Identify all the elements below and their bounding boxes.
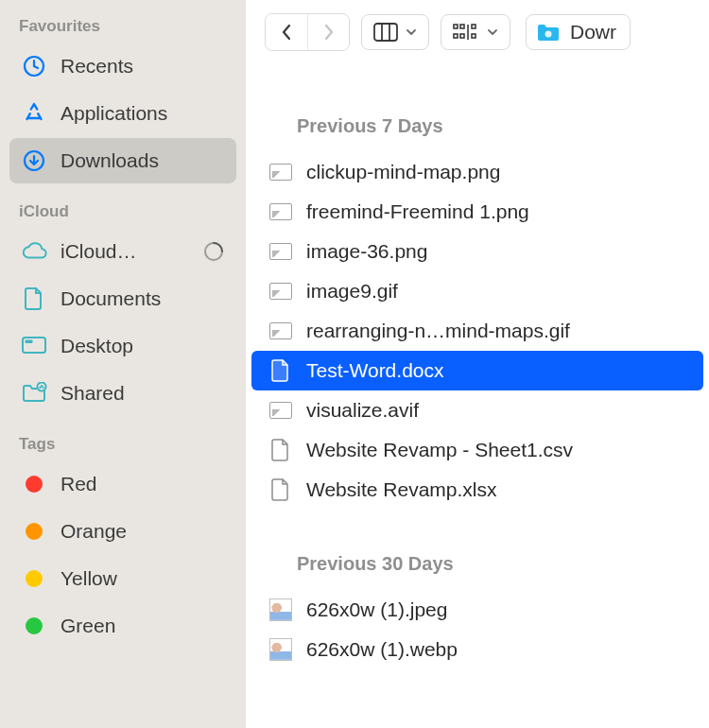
sidebar: Favourites Recents Applications bbox=[0, 0, 246, 728]
chevron-down-icon bbox=[406, 27, 417, 37]
file-row[interactable]: image9.gif bbox=[251, 271, 703, 311]
sidebar-section-favourites: Favourites bbox=[9, 9, 236, 42]
group-header: Previous 30 Days bbox=[246, 544, 709, 590]
sidebar-item-applications[interactable]: Applications bbox=[9, 91, 236, 136]
image-thumb-icon bbox=[269, 598, 292, 621]
document-file-icon bbox=[271, 359, 290, 382]
file-list[interactable]: Previous 7 Daysclickup-mind-map.pngfreem… bbox=[246, 64, 709, 728]
file-name: 626x0w (1).webp bbox=[306, 638, 458, 661]
chevron-left-icon bbox=[280, 24, 293, 41]
columns-icon bbox=[373, 23, 398, 42]
svg-rect-7 bbox=[374, 24, 397, 41]
sidebar-item-downloads[interactable]: Downloads bbox=[9, 138, 236, 183]
file-name: visualize.avif bbox=[306, 399, 419, 422]
group-mode-button[interactable] bbox=[441, 14, 510, 50]
tag-dot-icon bbox=[21, 471, 47, 497]
sidebar-item-label: Green bbox=[61, 615, 225, 637]
sync-progress-icon bbox=[202, 240, 225, 263]
tag-dot-icon bbox=[21, 565, 47, 592]
file-row[interactable]: image-36.png bbox=[251, 232, 703, 271]
group-header: Previous 7 Days bbox=[246, 106, 709, 152]
svg-rect-13 bbox=[472, 34, 476, 38]
file-name: 626x0w (1).jpeg bbox=[306, 598, 447, 621]
view-mode-button[interactable] bbox=[361, 14, 429, 50]
file-row[interactable]: clickup-mind-map.png bbox=[251, 152, 703, 192]
main-pane: Dowr Previous 7 Daysclickup-mind-map.png… bbox=[246, 0, 709, 728]
file-row[interactable]: visualize.avif bbox=[251, 390, 703, 430]
image-file-icon bbox=[269, 203, 292, 220]
file-name: clickup-mind-map.png bbox=[306, 161, 500, 183]
file-row[interactable]: rearranging-n…mind-maps.gif bbox=[251, 311, 703, 351]
desktop-icon bbox=[21, 333, 47, 359]
folder-icon bbox=[536, 22, 561, 43]
image-file-icon bbox=[269, 243, 292, 260]
svg-rect-8 bbox=[454, 25, 458, 28]
back-button[interactable] bbox=[266, 14, 307, 50]
file-row[interactable]: Website Revamp.xlsx bbox=[251, 470, 703, 510]
sidebar-item-tag-yellow[interactable]: Yellow bbox=[9, 556, 236, 601]
sidebar-item-label: Documents bbox=[61, 287, 225, 310]
path-button[interactable]: Dowr bbox=[526, 14, 631, 50]
sidebar-item-tag-orange[interactable]: Orange bbox=[9, 509, 236, 554]
sidebar-item-label: Downloads bbox=[61, 149, 225, 172]
sidebar-section-tags: Tags bbox=[9, 427, 236, 459]
file-row[interactable]: 626x0w (1).jpeg bbox=[251, 590, 703, 630]
sidebar-item-recents[interactable]: Recents bbox=[9, 43, 236, 89]
sidebar-item-label: iCloud… bbox=[61, 240, 189, 263]
image-thumb-icon bbox=[269, 638, 292, 661]
sidebar-item-tag-green[interactable]: Green bbox=[9, 603, 236, 649]
sidebar-item-icloud-drive[interactable]: iCloud… bbox=[9, 229, 236, 274]
cloud-icon bbox=[21, 238, 47, 265]
svg-rect-10 bbox=[454, 34, 458, 38]
file-row[interactable]: 626x0w (1).webp bbox=[251, 630, 703, 669]
file-name: rearranging-n…mind-maps.gif bbox=[306, 320, 570, 342]
forward-button[interactable] bbox=[307, 14, 349, 50]
file-name: Website Revamp.xlsx bbox=[306, 478, 497, 501]
svg-rect-9 bbox=[460, 25, 464, 28]
sidebar-item-tag-red[interactable]: Red bbox=[9, 461, 236, 507]
file-name: image-36.png bbox=[306, 240, 427, 263]
sidebar-item-label: Recents bbox=[61, 55, 225, 78]
file-row[interactable]: Website Revamp - Sheet1.csv bbox=[251, 430, 703, 470]
sidebar-item-label: Orange bbox=[61, 520, 225, 543]
toolbar: Dowr bbox=[246, 0, 709, 64]
sidebar-item-label: Red bbox=[61, 473, 225, 495]
tag-dot-icon bbox=[21, 518, 47, 545]
sidebar-item-label: Applications bbox=[61, 102, 225, 125]
tag-dot-icon bbox=[21, 613, 47, 639]
file-name: Test-Word.docx bbox=[306, 359, 444, 382]
sidebar-item-shared[interactable]: Shared bbox=[9, 371, 236, 416]
grid-group-icon bbox=[453, 23, 479, 42]
appstore-icon bbox=[21, 100, 47, 127]
shared-folder-icon bbox=[21, 380, 47, 407]
clock-icon bbox=[21, 53, 47, 79]
svg-rect-4 bbox=[26, 340, 33, 344]
nav-seg bbox=[265, 13, 350, 51]
document-file-icon bbox=[271, 478, 290, 501]
document-file-icon bbox=[271, 439, 290, 461]
file-row[interactable]: freemind-Freemind 1.png bbox=[251, 192, 703, 232]
sidebar-item-desktop[interactable]: Desktop bbox=[9, 323, 236, 369]
chevron-right-icon bbox=[322, 24, 336, 41]
image-file-icon bbox=[269, 402, 292, 419]
svg-point-14 bbox=[545, 31, 552, 38]
sidebar-item-label: Yellow bbox=[61, 567, 225, 590]
sidebar-item-label: Desktop bbox=[61, 335, 225, 357]
doc-icon bbox=[21, 286, 47, 312]
image-file-icon bbox=[269, 322, 292, 339]
file-name: freemind-Freemind 1.png bbox=[306, 200, 529, 223]
sidebar-item-documents[interactable]: Documents bbox=[9, 276, 236, 321]
svg-rect-12 bbox=[472, 25, 476, 28]
sidebar-item-label: Shared bbox=[61, 382, 225, 405]
image-file-icon bbox=[269, 164, 292, 181]
chevron-down-icon bbox=[487, 27, 498, 37]
file-name: Website Revamp - Sheet1.csv bbox=[306, 439, 573, 461]
svg-rect-11 bbox=[460, 34, 464, 38]
path-label: Dowr bbox=[570, 21, 616, 43]
svg-rect-3 bbox=[23, 338, 45, 353]
download-icon bbox=[21, 147, 47, 174]
file-row[interactable]: Test-Word.docx bbox=[251, 351, 703, 390]
file-name: image9.gif bbox=[306, 280, 398, 303]
sidebar-section-icloud: iCloud bbox=[9, 195, 236, 227]
image-file-icon bbox=[269, 283, 292, 300]
